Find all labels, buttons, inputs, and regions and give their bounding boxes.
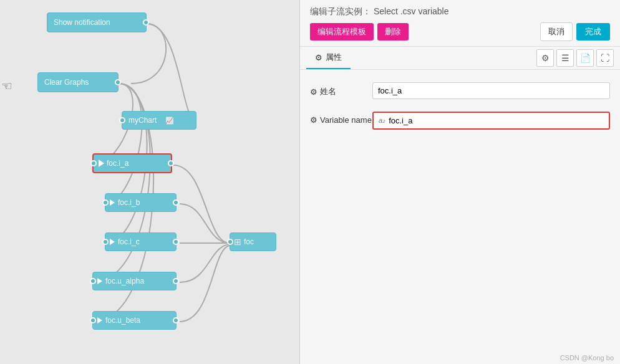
cancel-button[interactable]: 取消 (540, 22, 573, 41)
type-badge: a₂ (379, 117, 385, 125)
port-left (119, 117, 125, 123)
panel-header: 编辑子流实例： Select .csv variable 编辑流程模板 删除 取… (300, 0, 620, 47)
node-show-notification-label: Show notification (47, 14, 117, 31)
variable-label: ⚙ Variable name (310, 112, 372, 125)
tab-properties-label: 属性 (326, 52, 342, 63)
chart-icon: 📈 (165, 117, 174, 125)
gear-icon-2: ⚙ (310, 115, 317, 125)
node-foc-u-beta[interactable]: foc.u_beta (92, 311, 177, 330)
tab-properties[interactable]: ⚙ 属性 (306, 47, 351, 69)
node-foc-label: foc (241, 234, 260, 250)
node-clear-graphs-label: Clear Graphs (38, 74, 95, 90)
node-foc[interactable]: ⊞ foc (230, 232, 276, 251)
port-right (173, 278, 179, 284)
node-foc-i-b-label: foc.i_b (118, 198, 140, 207)
gear-icon: ⚙ (310, 87, 317, 97)
node-clear-graphs[interactable]: Clear Graphs (37, 72, 119, 92)
variable-input-container: a₂ (372, 112, 610, 130)
node-foc-u-alpha-label: foc.u_alpha (105, 277, 144, 285)
node-foc-i-a[interactable]: foc.i_a (92, 153, 172, 173)
tab-bar: ⚙ 属性 ⚙ ☰ 📄 ⛶ (300, 47, 620, 70)
node-foc-u-alpha[interactable]: foc.u_alpha (92, 272, 177, 290)
node-foc-i-c-label: foc.i_c (118, 237, 140, 246)
toolbar: 编辑流程模板 删除 取消 完成 (310, 22, 610, 41)
delete-button[interactable]: 删除 (377, 23, 409, 41)
name-label: ⚙ 姓名 (310, 82, 372, 97)
port-left (227, 239, 233, 245)
port-left (102, 199, 109, 206)
port-left (90, 317, 96, 323)
node-mychart-label: myChart (122, 112, 163, 128)
hand-cursor-icon: ☜ (1, 79, 12, 93)
arrow-icon (97, 278, 102, 284)
port-right (173, 239, 179, 245)
arrow-icon (110, 199, 115, 206)
port-right (143, 19, 149, 26)
name-row: ⚙ 姓名 (310, 82, 610, 99)
port-right (115, 79, 121, 85)
node-canvas[interactable]: ☜ Show notification Clear Graphs myChart… (0, 0, 299, 364)
tab-icon-grid[interactable]: ⛶ (596, 49, 614, 67)
title-prefix: 编辑子流实例： (310, 6, 371, 16)
credit-text: CSDN @Kong bo (560, 354, 614, 362)
tab-icons: ⚙ ☰ 📄 ⛶ (536, 49, 614, 67)
port-right (173, 199, 179, 206)
node-foc-i-b[interactable]: foc.i_b (105, 193, 177, 212)
tab-icon-settings[interactable]: ⚙ (536, 49, 554, 67)
tab-icon-list[interactable]: ☰ (556, 49, 574, 67)
arrow-icon (99, 160, 104, 167)
arrow-icon (97, 317, 102, 323)
title-node: Select .csv variable (374, 6, 449, 16)
properties-content: ⚙ 姓名 ⚙ Variable name a₂ (300, 70, 620, 352)
port-right (168, 160, 174, 166)
join-icon: ⊞ (234, 237, 241, 247)
port-left (90, 278, 96, 284)
edit-template-button[interactable]: 编辑流程模板 (310, 23, 374, 41)
node-foc-i-a-label: foc.i_a (107, 159, 128, 168)
right-panel: 编辑子流实例： Select .csv variable 编辑流程模板 删除 取… (299, 0, 620, 364)
variable-input[interactable] (389, 116, 604, 125)
node-mychart[interactable]: myChart 📈 (122, 111, 196, 130)
name-input[interactable] (372, 82, 610, 99)
arrow-icon (110, 239, 115, 245)
node-foc-u-beta-label: foc.u_beta (105, 316, 140, 325)
tab-icon-doc[interactable]: 📄 (576, 49, 594, 67)
panel-title: 编辑子流实例： Select .csv variable (310, 6, 610, 17)
connections-svg (0, 0, 299, 364)
port-left (102, 239, 109, 245)
port-left (90, 160, 97, 166)
done-button[interactable]: 完成 (576, 23, 610, 41)
node-show-notification[interactable]: Show notification (47, 12, 147, 32)
node-foc-i-c[interactable]: foc.i_c (105, 232, 177, 251)
gear-small-icon: ⚙ (315, 53, 322, 62)
port-right (173, 317, 179, 323)
variable-name-row: ⚙ Variable name a₂ (310, 112, 610, 130)
footer-credit: CSDN @Kong bo (300, 352, 620, 364)
